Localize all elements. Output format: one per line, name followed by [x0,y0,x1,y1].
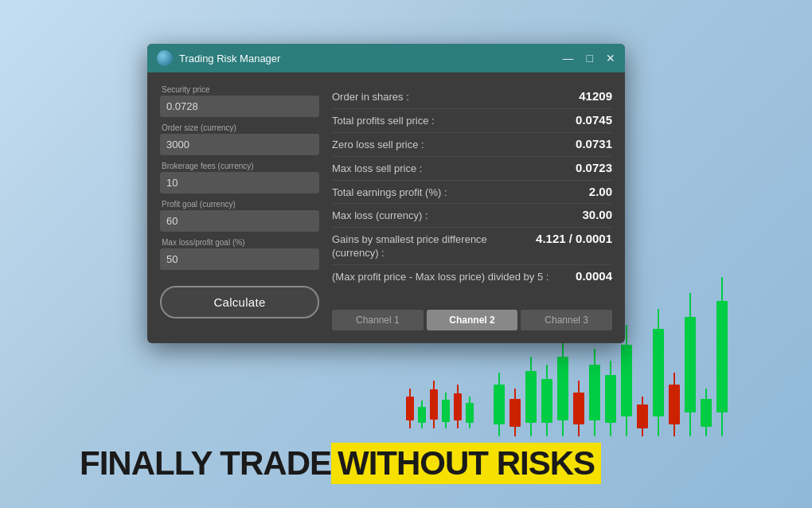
input-label-0: Security price [160,85,319,94]
result-label-2: Zero loss sell price : [332,139,564,152]
result-row-0: Order in shares :41209 [332,85,612,109]
result-value-5: 30.00 [564,208,612,221]
chart-candle [589,349,600,436]
chart-candle [525,357,537,436]
chart-candle [685,293,696,436]
left-panel: Security priceOrder size (currency)Broke… [160,85,319,330]
chart-candle [557,341,568,436]
mid-candle [466,397,474,428]
result-row-6: Gains by smallest price difference (curr… [332,228,612,265]
result-value-3: 0.0723 [564,161,612,174]
channel-tab-1[interactable]: Channel 2 [427,310,518,330]
input-label-1: Order size (currency) [160,123,319,132]
channel-tabs: Channel 1Channel 2Channel 3 [332,303,612,330]
result-row-7: (Max profit price - Max loss price) divi… [332,265,612,288]
inputs-container: Security priceOrder size (currency)Broke… [160,85,319,270]
input-group-0: Security price [160,85,319,117]
result-row-4: Total earnings profit (%) :2.00 [332,181,612,205]
chart-candle [573,381,584,436]
chart-candle [637,397,648,436]
result-label-7: (Max profit price - Max loss price) divi… [332,271,564,284]
channel-tab-2[interactable]: Channel 3 [521,310,612,330]
chart-candle [494,373,505,436]
input-label-3: Profit goal (currency) [160,200,319,209]
result-label-1: Total profits sell price : [332,115,564,128]
result-row-5: Max loss (currency) :30.00 [332,204,612,228]
app-icon [157,50,173,66]
minimize-button[interactable]: — [563,53,574,64]
chart-candle [509,389,521,436]
chart-candle [605,361,616,436]
input-label-4: Max loss/profit goal (%) [160,238,319,247]
result-label-5: Max loss (currency) : [332,209,564,223]
channel-tab-0[interactable]: Channel 1 [332,310,424,330]
input-group-2: Brokerage fees (currency) [160,162,319,193]
input-group-4: Max loss/profit goal (%) [160,238,319,270]
bottom-banner: FINALLY TRADE WITHOUT RISKS [80,443,601,484]
chart-candle [669,373,680,436]
trading-risk-manager-window: Trading Risk Manager — □ ✕ Security pric… [147,44,625,343]
result-row-3: Max loss sell price :0.0723 [332,157,612,181]
mid-candle [418,401,426,428]
mid-candle [442,393,450,428]
input-field-4[interactable] [160,248,319,270]
maximize-button[interactable]: □ [587,53,593,64]
result-value-7: 0.0004 [564,269,612,283]
result-label-4: Total earnings profit (%) : [332,186,564,200]
result-value-0: 41209 [564,89,612,103]
input-field-3[interactable] [160,210,319,232]
mid-candle [406,389,414,428]
window-body: Security priceOrder size (currency)Broke… [147,72,625,343]
input-field-0[interactable] [160,96,319,117]
close-button[interactable]: ✕ [606,53,615,64]
mid-candle [430,381,438,428]
input-label-2: Brokerage fees (currency) [160,162,319,170]
titlebar: Trading Risk Manager — □ ✕ [147,44,625,72]
input-field-1[interactable] [160,134,319,155]
results-table: Order in shares :41209Total profits sell… [332,85,612,292]
input-field-2[interactable] [160,172,319,193]
mid-candles [406,381,474,428]
result-value-1: 0.0745 [564,113,612,127]
mid-candle [454,385,462,428]
chart-candle [701,389,712,436]
chart-candle [716,277,728,436]
bottom-text-yellow: WITHOUT RISKS [331,443,601,484]
result-value-2: 0.0731 [564,137,612,150]
result-label-6: Gains by smallest price difference (curr… [332,233,536,260]
chart-candle [541,365,552,436]
window-title: Trading Risk Manager [179,53,556,64]
right-panel: Order in shares :41209Total profits sell… [332,85,612,330]
result-row-2: Zero loss sell price :0.0731 [332,133,612,157]
input-group-1: Order size (currency) [160,123,319,155]
result-row-1: Total profits sell price :0.0745 [332,109,612,133]
input-group-3: Profit goal (currency) [160,200,319,232]
result-value-6: 4.121 / 0.0001 [536,232,612,245]
bottom-text-black: FINALLY TRADE [80,444,331,483]
result-value-4: 2.00 [564,185,612,198]
result-label-0: Order in shares : [332,91,564,104]
window-controls: — □ ✕ [563,53,615,64]
chart-candle [653,309,664,436]
calculate-button[interactable]: Calculate [160,286,319,318]
result-label-3: Max loss sell price : [332,162,564,176]
